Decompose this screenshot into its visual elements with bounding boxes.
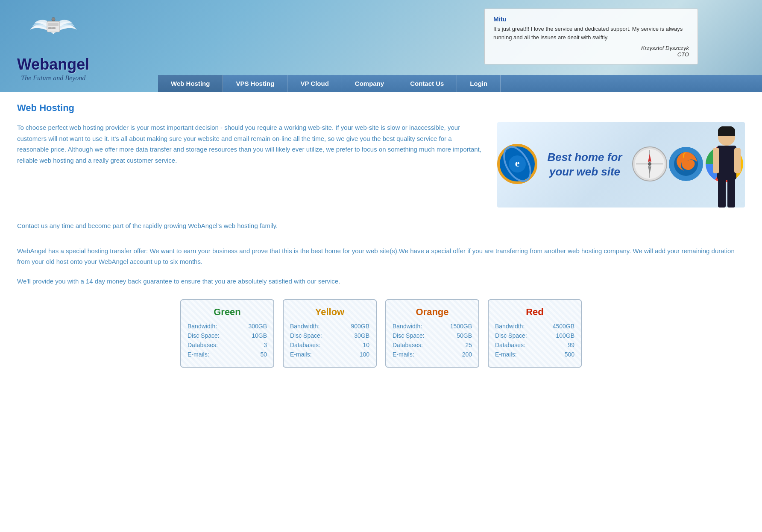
svg-rect-29 <box>718 130 735 136</box>
plan-row-bandwidth-orange: Bandwidth: 1500GB <box>393 323 472 330</box>
main-content: Web Hosting To choose perfect web hostin… <box>0 92 762 378</box>
db-label-green: Databases: <box>188 342 218 348</box>
banner-text: Best home for your web site <box>544 150 625 179</box>
svg-rect-2 <box>48 27 52 29</box>
db-value-red: 99 <box>568 342 574 348</box>
plans-container: Green Bandwidth: 300GB Disc Space: 10GB … <box>17 299 745 368</box>
plan-row-db-green: Databases: 3 <box>188 342 267 348</box>
testimonial-author: Krzysztof DyszczykCTO <box>493 45 689 58</box>
logo-icon <box>28 9 79 60</box>
email-value-orange: 200 <box>462 351 472 358</box>
promo-text-1: Contact us any time and become part of t… <box>17 220 745 231</box>
email-label-red: E-mails: <box>495 351 517 358</box>
content-section: To choose perfect web hosting provider i… <box>17 122 745 208</box>
promo-sections: Contact us any time and become part of t… <box>17 220 745 267</box>
plan-card-yellow: Yellow Bandwidth: 900GB Disc Space: 30GB… <box>283 299 377 368</box>
svg-text:e: e <box>515 158 520 169</box>
email-label-green: E-mails: <box>188 351 209 358</box>
svg-rect-27 <box>727 178 735 208</box>
plan-row-bandwidth-green: Bandwidth: 300GB <box>188 323 267 330</box>
bandwidth-value-green: 300GB <box>248 323 267 330</box>
plan-row-db-red: Databases: 99 <box>495 342 574 348</box>
email-value-yellow: 100 <box>360 351 369 358</box>
db-value-green: 3 <box>264 342 267 348</box>
ie-icon: e <box>497 144 538 184</box>
db-value-yellow: 10 <box>363 342 369 348</box>
bandwidth-label-red: Bandwidth: <box>495 323 525 330</box>
wings-icon <box>28 9 79 43</box>
testimonial-name: Mitu <box>493 15 689 23</box>
person-icon <box>709 126 745 208</box>
plan-card-red: Red Bandwidth: 4500GB Disc Space: 100GB … <box>488 299 582 368</box>
nav-item-vp-cloud[interactable]: VP Cloud <box>287 75 342 92</box>
plan-name-yellow: Yellow <box>290 307 369 318</box>
email-value-green: 50 <box>260 351 267 358</box>
svg-point-4 <box>52 18 55 21</box>
plan-row-disc-yellow: Disc Space: 30GB <box>290 332 369 339</box>
disc-value-yellow: 30GB <box>354 332 369 339</box>
db-label-yellow: Databases: <box>290 342 320 348</box>
plan-row-bandwidth-yellow: Bandwidth: 900GB <box>290 323 369 330</box>
bandwidth-label-orange: Bandwidth: <box>393 323 422 330</box>
plan-card-orange: Orange Bandwidth: 1500GB Disc Space: 50G… <box>385 299 479 368</box>
logo-tagline: The Future and Beyond <box>21 74 85 82</box>
bandwidth-label-green: Bandwidth: <box>188 323 217 330</box>
db-value-orange: 25 <box>465 342 472 348</box>
nav-item-company[interactable]: Company <box>342 75 397 92</box>
db-label-red: Databases: <box>495 342 525 348</box>
disc-value-red: 100GB <box>556 332 574 339</box>
browser-image: e Best home for your web site <box>497 122 745 208</box>
bandwidth-value-yellow: 900GB <box>351 323 369 330</box>
plan-row-db-orange: Databases: 25 <box>393 342 472 348</box>
plan-row-email-green: E-mails: 50 <box>188 351 267 358</box>
firefox-icon <box>668 146 704 182</box>
plan-row-email-red: E-mails: 500 <box>495 351 574 358</box>
disc-label-yellow: Disc Space: <box>290 332 322 339</box>
plan-name-orange: Orange <box>393 307 472 318</box>
svg-rect-3 <box>52 27 56 29</box>
svg-rect-25 <box>734 148 741 173</box>
disc-value-orange: 50GB <box>457 332 472 339</box>
navigation-bar: Web Hosting VPS Hosting VP Cloud Company… <box>158 75 762 92</box>
testimonial-text: It's just great!!! I love the service an… <box>493 25 689 41</box>
svg-rect-24 <box>713 148 719 173</box>
db-label-orange: Databases: <box>393 342 423 348</box>
disc-label-green: Disc Space: <box>188 332 220 339</box>
disc-label-red: Disc Space: <box>495 332 527 339</box>
testimonial-box: Mitu It's just great!!! I love the servi… <box>484 9 698 64</box>
bandwidth-label-yellow: Bandwidth: <box>290 323 319 330</box>
plan-row-email-yellow: E-mails: 100 <box>290 351 369 358</box>
nav-item-web-hosting[interactable]: Web Hosting <box>158 75 223 92</box>
svg-point-15 <box>648 162 651 166</box>
promo-text-2: WebAngel has a special hosting transfer … <box>17 246 745 267</box>
plan-row-bandwidth-red: Bandwidth: 4500GB <box>495 323 574 330</box>
plan-name-red: Red <box>495 307 574 318</box>
compass-icon <box>632 146 668 182</box>
guarantee-text: We'll provide you with a 14 day money ba… <box>17 276 745 287</box>
plan-card-green: Green Bandwidth: 300GB Disc Space: 10GB … <box>180 299 274 368</box>
email-value-red: 500 <box>565 351 574 358</box>
svg-rect-1 <box>48 23 59 26</box>
disc-label-orange: Disc Space: <box>393 332 425 339</box>
disc-value-green: 10GB <box>252 332 267 339</box>
bandwidth-value-red: 4500GB <box>553 323 574 330</box>
nav-item-login[interactable]: Login <box>457 75 501 92</box>
intro-text: To choose perfect web hosting provider i… <box>17 122 484 208</box>
plan-row-db-yellow: Databases: 10 <box>290 342 369 348</box>
email-label-orange: E-mails: <box>393 351 414 358</box>
plan-row-disc-orange: Disc Space: 50GB <box>393 332 472 339</box>
logo-area: Webangel The Future and Beyond <box>17 9 89 82</box>
email-label-yellow: E-mails: <box>290 351 312 358</box>
nav-item-contact-us[interactable]: Contact Us <box>397 75 457 92</box>
bandwidth-value-orange: 1500GB <box>450 323 472 330</box>
plan-name-green: Green <box>188 307 267 318</box>
plan-row-disc-green: Disc Space: 10GB <box>188 332 267 339</box>
nav-item-vps-hosting[interactable]: VPS Hosting <box>223 75 287 92</box>
svg-rect-23 <box>717 146 736 180</box>
header: Webangel The Future and Beyond Mitu It's… <box>0 0 762 92</box>
plan-row-email-orange: E-mails: 200 <box>393 351 472 358</box>
page-title: Web Hosting <box>17 102 745 114</box>
svg-rect-26 <box>718 178 726 208</box>
plan-row-disc-red: Disc Space: 100GB <box>495 332 574 339</box>
